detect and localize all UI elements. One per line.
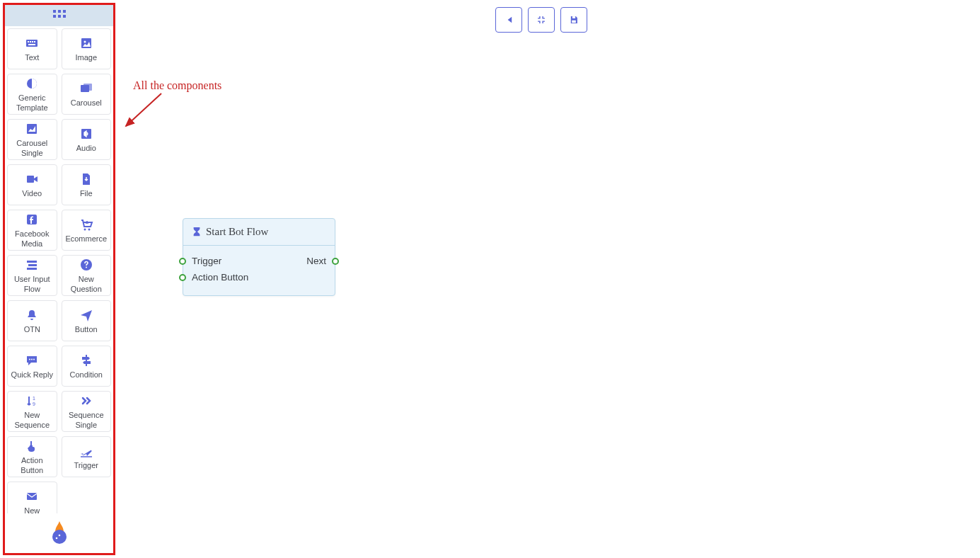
component-file[interactable]: File: [62, 164, 112, 205]
sort-numeric-icon: [25, 394, 39, 408]
node-row: Action Button: [192, 269, 326, 285]
envelope-icon: [25, 489, 39, 503]
component-text[interactable]: Text: [7, 28, 57, 69]
node-row-label-right: Next: [306, 256, 326, 266]
component-label: OTN: [24, 325, 40, 335]
chevrons-icon: [79, 394, 93, 408]
hourglass-icon: [192, 227, 202, 237]
component-label: File: [80, 189, 93, 199]
component-action-button[interactable]: Action Button: [7, 436, 57, 477]
stream-icon: [25, 258, 39, 272]
node-row-label-left: Trigger: [192, 256, 221, 266]
annotation-arrow-icon: [122, 91, 164, 130]
cart-icon: [79, 217, 93, 232]
svg-rect-0: [53, 10, 56, 13]
annotation-label: All the components: [133, 79, 221, 92]
component-label: New Question: [65, 275, 108, 295]
component-label: Facebook Media: [11, 229, 54, 249]
output-port[interactable]: [332, 258, 339, 265]
bell-icon: [25, 308, 39, 322]
node-row: TriggerNext: [192, 253, 326, 269]
component-new-question[interactable]: New Question: [62, 255, 112, 296]
component-label: Carousel Single: [11, 139, 54, 159]
svg-point-8: [58, 535, 60, 537]
component-quick-reply[interactable]: Quick Reply: [7, 346, 57, 387]
component-label: Video: [22, 189, 42, 199]
tap-icon: [25, 439, 39, 453]
skip-back-icon: [504, 15, 514, 25]
component-carousel[interactable]: Carousel: [62, 74, 112, 115]
component-otn[interactable]: OTN: [7, 300, 57, 341]
component-label: Quick Reply: [11, 370, 53, 380]
save-button[interactable]: [560, 7, 587, 33]
component-label: User Input Flow: [11, 275, 54, 295]
image-alt-icon: [25, 122, 39, 136]
component-label: Button: [75, 325, 98, 335]
sidebar-header[interactable]: [5, 5, 113, 26]
brand-logo-icon: [49, 521, 70, 545]
video-icon: [25, 172, 39, 186]
reset-view-button[interactable]: [495, 7, 522, 33]
svg-rect-1: [58, 10, 61, 13]
facebook-icon: [25, 212, 39, 227]
images-icon: [79, 81, 93, 96]
keyboard-icon: [25, 36, 39, 50]
question-icon: [79, 258, 93, 272]
component-label: New Sequence: [11, 411, 54, 431]
component-carousel-single[interactable]: Carousel Single: [7, 119, 57, 160]
svg-point-7: [55, 537, 57, 540]
svg-point-6: [52, 530, 67, 544]
component-label: Text: [25, 53, 39, 63]
send-icon: [79, 308, 93, 322]
audio-icon: [79, 127, 93, 141]
node-body: TriggerNextAction Button: [183, 246, 335, 295]
svg-rect-4: [58, 15, 61, 18]
svg-rect-3: [53, 15, 56, 18]
save-icon: [569, 15, 579, 25]
component-ecommerce[interactable]: Ecommerce: [62, 210, 112, 251]
component-user-input-flow[interactable]: User Input Flow: [7, 255, 57, 296]
contrast-icon: [25, 76, 39, 91]
node-title: Start Bot Flow: [206, 226, 268, 238]
canvas-toolbar: [495, 7, 587, 33]
component-list[interactable]: TextImageGeneric TemplateCarouselCarouse…: [5, 26, 113, 513]
component-label: Action Button: [11, 456, 54, 476]
component-label: Carousel: [71, 98, 102, 108]
component-video[interactable]: Video: [7, 164, 57, 205]
svg-rect-5: [63, 15, 66, 18]
svg-line-9: [126, 93, 161, 126]
input-port[interactable]: [179, 258, 186, 265]
component-generic-template[interactable]: Generic Template: [7, 74, 57, 115]
component-sidebar: TextImageGeneric TemplateCarouselCarouse…: [3, 3, 115, 555]
component-condition[interactable]: Condition: [62, 346, 112, 387]
component-label: Image: [75, 53, 97, 63]
image-icon: [79, 36, 93, 50]
file-download-icon: [79, 172, 93, 186]
compress-icon: [536, 15, 546, 25]
component-image[interactable]: Image: [62, 28, 112, 69]
grid-icon: [53, 9, 66, 22]
component-new-sequence[interactable]: New Sequence: [7, 391, 57, 432]
component-button[interactable]: Button: [62, 300, 112, 341]
component-label: Audio: [76, 144, 96, 154]
fit-view-button[interactable]: [528, 7, 555, 33]
component-sequence-single[interactable]: Sequence Single: [62, 391, 112, 432]
component-new[interactable]: New: [7, 482, 57, 513]
comment-icon: [25, 353, 39, 368]
sidebar-footer-logo: [5, 513, 113, 553]
component-facebook-media[interactable]: Facebook Media: [7, 210, 57, 251]
component-audio[interactable]: Audio: [62, 119, 112, 160]
component-label: Ecommerce: [65, 234, 107, 244]
component-label: New: [24, 506, 40, 513]
component-label: Trigger: [74, 461, 98, 471]
component-label: Sequence Single: [65, 411, 108, 431]
input-port[interactable]: [179, 274, 186, 281]
component-label: Generic Template: [11, 93, 54, 113]
component-trigger[interactable]: Trigger: [62, 436, 112, 477]
component-label: Condition: [70, 370, 103, 380]
node-header[interactable]: Start Bot Flow: [183, 219, 335, 246]
start-bot-flow-node[interactable]: Start Bot Flow TriggerNextAction Button: [183, 218, 335, 296]
signpost-icon: [79, 353, 93, 368]
svg-rect-2: [63, 10, 66, 13]
node-row-label-left: Action Button: [192, 272, 248, 283]
